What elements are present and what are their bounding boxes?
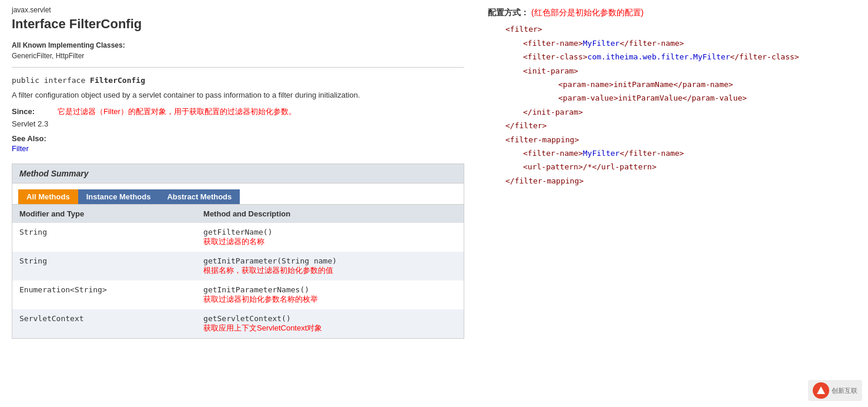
config-title-label: 配置方式： <box>488 8 529 17</box>
method-desc-3: getServletContext() 获取应用上下文ServletContex… <box>196 309 464 338</box>
xml-line-0: <filter> <box>488 22 856 36</box>
tab-instance-methods[interactable]: Instance Methods <box>78 189 159 204</box>
tab-abstract-methods[interactable]: Abstract Methods <box>159 189 240 204</box>
method-desc-2: getInitParameterNames() 获取过滤器初始化参数名称的枚举 <box>196 281 464 309</box>
method-name-0: getFilterName() <box>203 228 272 236</box>
see-also-label: See Also: <box>12 134 464 143</box>
table-row: String getFilterName() 获取过滤器的名称 <box>12 223 464 252</box>
xml-line-1: <filter-name>MyFilter</filter-name> <box>488 36 856 50</box>
xml-line-7: </filter> <box>488 119 856 132</box>
table-row: String getInitParameter(String name) 根据名… <box>12 252 464 281</box>
method-name-3: getServletContext() <box>203 314 291 323</box>
xml-line-5: <param-value>initParamValue</param-value… <box>488 91 856 105</box>
see-also-link[interactable]: Filter <box>12 144 29 153</box>
method-chinese-0: 获取过滤器的名称 <box>203 237 264 246</box>
interface-title: Interface FilterConfig <box>12 16 464 32</box>
xml-line-11: </filter-mapping> <box>488 174 856 188</box>
signature-name: FilterConfig <box>90 76 145 85</box>
table-row: ServletContext getServletContext() 获取应用上… <box>12 309 464 338</box>
method-tabs: All Methods Instance Methods Abstract Me… <box>12 184 464 205</box>
modifier-0: String <box>12 223 196 252</box>
tab-all-methods[interactable]: All Methods <box>18 189 78 204</box>
known-classes-label: All Known Implementing Classes: <box>12 41 464 49</box>
method-summary-header: Method Summary <box>12 164 464 184</box>
xml-line-2: <filter-class>com.itheima.web.filter.MyF… <box>488 50 856 64</box>
xml-line-6: </init-param> <box>488 105 856 119</box>
method-table: Modifier and Type Method and Description… <box>12 205 464 338</box>
xml-line-3: <init-param> <box>488 64 856 78</box>
modifier-2: Enumeration<String> <box>12 281 196 309</box>
known-classes-value: GenericFilter, HttpFilter <box>12 52 464 60</box>
method-chinese-3: 获取应用上下文ServletContext对象 <box>203 323 322 332</box>
method-name-2: getInitParameterNames() <box>203 285 309 294</box>
xml-block: <filter> <filter-name>MyFilter</filter-n… <box>488 22 856 188</box>
description: A filter configuration object used by a … <box>12 91 464 99</box>
since-label: Since: <box>12 107 53 116</box>
method-desc-0: getFilterName() 获取过滤器的名称 <box>196 223 464 252</box>
xml-line-4: <param-name>initParamName</param-name> <box>488 78 856 91</box>
method-chinese-1: 根据名称，获取过滤器初始化参数的值 <box>203 266 333 275</box>
right-panel: 配置方式： (红色部分是初始化参数的配置) <filter> <filter-n… <box>476 0 868 345</box>
divider <box>12 67 464 68</box>
method-chinese-2: 获取过滤器初始化参数名称的枚举 <box>203 295 318 303</box>
method-desc-1: getInitParameter(String name) 根据名称，获取过滤器… <box>196 252 464 281</box>
col-modifier: Modifier and Type <box>12 205 196 223</box>
method-name-1: getInitParameter(String name) <box>203 256 337 265</box>
signature-prefix: public interface <box>12 76 90 85</box>
modifier-3: ServletContext <box>12 309 196 338</box>
modifier-1: String <box>12 252 196 281</box>
xml-line-10: <url-pattern>/*</url-pattern> <box>488 160 856 174</box>
xml-line-8: <filter-mapping> <box>488 133 856 146</box>
config-title-annotation: (红色部分是初始化参数的配置) <box>531 8 644 17</box>
table-row: Enumeration<String> getInitParameterName… <box>12 281 464 309</box>
since-version: Servlet 2.3 <box>12 119 464 128</box>
interface-signature: public interface FilterConfig <box>12 76 464 85</box>
xml-line-9: <filter-name>MyFilter</filter-name> <box>488 146 856 160</box>
method-summary-box: Method Summary All Methods Instance Meth… <box>12 164 464 339</box>
package-name: javax.servlet <box>12 6 464 14</box>
col-method: Method and Description <box>196 205 464 223</box>
since-annotation: 它是过滤器（Filter）的配置对象，用于获取配置的过滤器初始化参数。 <box>58 106 296 117</box>
config-title: 配置方式： (红色部分是初始化参数的配置) <box>488 6 856 19</box>
